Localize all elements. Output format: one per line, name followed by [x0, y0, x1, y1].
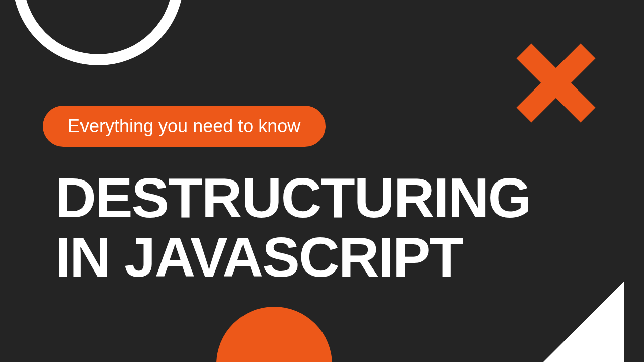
x-cross-shape	[518, 45, 594, 121]
headline-line-1: DESTRUCTURING	[55, 168, 531, 228]
circle-outline-shape	[13, 0, 184, 65]
subtitle-text: Everything you need to know	[68, 116, 300, 136]
subtitle-badge: Everything you need to know	[43, 106, 326, 147]
headline-line-2: IN JAVASCRIPT	[55, 228, 531, 287]
triangle-shape	[543, 282, 624, 362]
main-headline: DESTRUCTURING IN JAVASCRIPT	[55, 168, 531, 287]
semi-circle-shape	[216, 307, 332, 362]
